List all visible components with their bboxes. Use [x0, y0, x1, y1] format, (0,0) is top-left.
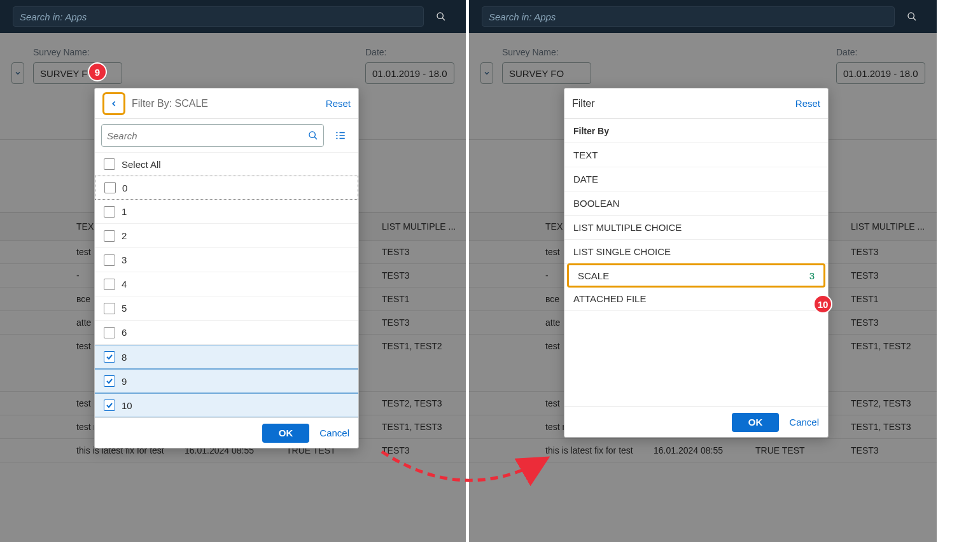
option-label: 9: [122, 376, 127, 387]
checkbox-icon[interactable]: [104, 206, 115, 218]
filter-category-row[interactable]: LIST SINGLE CHOICE: [564, 240, 828, 264]
svg-line-3: [913, 18, 916, 20]
select-all-row[interactable]: Select All: [95, 152, 358, 176]
filter-option-row[interactable]: 1: [95, 200, 358, 224]
svg-line-1: [442, 18, 445, 20]
filter-category-row[interactable]: BOOLEAN: [564, 191, 828, 216]
checkbox-icon[interactable]: [104, 327, 115, 338]
filter-search-input[interactable]: [107, 130, 308, 141]
back-button[interactable]: [102, 92, 125, 115]
filter-search[interactable]: [101, 124, 324, 147]
search-icon[interactable]: [308, 130, 318, 141]
checkbox-icon[interactable]: [104, 303, 115, 314]
select-all-label: Select All: [122, 159, 161, 170]
category-label: TEXT: [573, 149, 598, 160]
option-label: 6: [122, 327, 127, 338]
filter-option-row[interactable]: 4: [95, 272, 358, 296]
option-label: 10: [122, 400, 132, 411]
option-label: 4: [122, 279, 127, 289]
search-icon[interactable]: [900, 6, 924, 27]
filter-popup-categories: Filter Reset Filter By TEXTDATEBOOLEANLI…: [564, 88, 829, 438]
filter-category-row[interactable]: SCALE3: [567, 263, 825, 288]
category-label: LIST MULTIPLE CHOICE: [573, 222, 682, 233]
filter-category-row[interactable]: TEXT: [564, 143, 828, 167]
option-label: 3: [122, 254, 127, 265]
popup-title: Filter By: SCALE: [132, 98, 326, 109]
option-label: 0: [122, 183, 127, 193]
popup-title: Filter: [572, 98, 795, 109]
svg-point-0: [437, 13, 443, 18]
step-badge-9: 9: [88, 62, 107, 81]
global-search[interactable]: [13, 6, 424, 27]
search-icon[interactable]: [429, 6, 453, 27]
checkbox-icon[interactable]: [104, 254, 115, 266]
filter-option-row[interactable]: 10: [95, 393, 358, 417]
ok-button[interactable]: OK: [732, 413, 780, 432]
filter-option-row[interactable]: 0: [95, 176, 358, 200]
filter-option-row[interactable]: 5: [95, 296, 358, 321]
svg-line-5: [314, 137, 317, 139]
category-label: ATTACHED FILE: [573, 293, 646, 304]
filter-category-row[interactable]: ATTACHED FILE: [564, 287, 828, 311]
option-label: 8: [122, 352, 127, 363]
category-label: BOOLEAN: [573, 198, 620, 209]
sort-icon[interactable]: [329, 124, 352, 147]
filter-option-row[interactable]: 9: [95, 369, 358, 393]
global-search[interactable]: [482, 6, 895, 27]
filter-by-header: Filter By: [564, 119, 828, 143]
option-label: 5: [122, 303, 127, 314]
global-search-input[interactable]: [489, 11, 888, 22]
checkbox-icon[interactable]: [104, 182, 116, 193]
checkbox-icon[interactable]: [104, 279, 115, 290]
svg-point-2: [908, 13, 914, 18]
filter-option-row[interactable]: 8: [95, 345, 358, 369]
reset-link[interactable]: Reset: [795, 98, 820, 109]
checkbox-icon[interactable]: [104, 351, 115, 363]
filter-category-row[interactable]: DATE: [564, 167, 828, 191]
step-badge-10: 10: [813, 295, 832, 314]
checkbox-icon[interactable]: [104, 400, 115, 411]
cancel-button[interactable]: Cancel: [319, 427, 349, 438]
checkbox-icon[interactable]: [104, 230, 115, 242]
filter-option-row[interactable]: 2: [95, 224, 358, 248]
global-search-input[interactable]: [20, 11, 417, 22]
filter-option-row[interactable]: 6: [95, 321, 358, 345]
reset-link[interactable]: Reset: [326, 98, 351, 109]
topbar: [469, 0, 937, 33]
topbar: [0, 0, 466, 33]
category-label: DATE: [573, 174, 598, 184]
svg-point-4: [309, 132, 315, 137]
checkbox-icon[interactable]: [104, 375, 115, 387]
filter-category-row[interactable]: LIST MULTIPLE CHOICE: [564, 216, 828, 240]
filter-option-row[interactable]: 3: [95, 248, 358, 272]
cancel-button[interactable]: Cancel: [789, 417, 819, 427]
filter-popup-scale: Filter By: SCALE Reset Select All 012345…: [94, 88, 359, 448]
category-label: SCALE: [578, 270, 609, 281]
checkbox-icon[interactable]: [104, 158, 115, 170]
category-count: 3: [809, 270, 815, 281]
ok-button[interactable]: OK: [262, 424, 310, 443]
category-label: LIST SINGLE CHOICE: [573, 246, 671, 257]
option-label: 1: [122, 206, 127, 217]
option-label: 2: [122, 230, 127, 241]
